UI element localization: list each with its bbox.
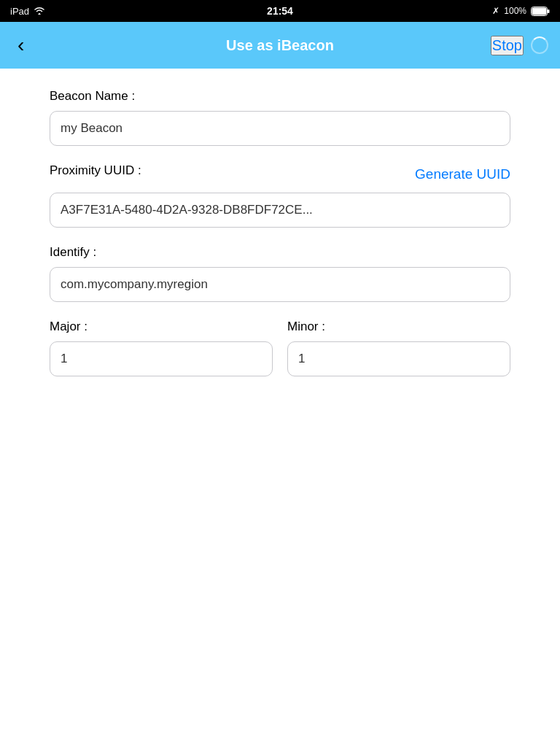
beacon-name-label: Beacon Name : <box>50 89 510 104</box>
nav-title: Use as iBeacon <box>226 37 334 54</box>
nav-bar: ‹ Use as iBeacon Stop <box>0 22 560 69</box>
minor-input[interactable] <box>287 341 510 376</box>
battery-icon <box>531 7 550 16</box>
device-label: iPad <box>10 6 29 17</box>
proximity-uuid-group: Proximity UUID : Generate UUID <box>50 163 510 228</box>
status-bar-right: ✗ 100% <box>492 6 550 16</box>
major-input[interactable] <box>50 341 273 376</box>
device-frame: iPad 21:54 ✗ 100% <box>0 0 560 747</box>
svg-rect-1 <box>532 7 547 15</box>
major-minor-row: Major : Minor : <box>50 320 510 394</box>
svg-rect-2 <box>548 9 550 13</box>
stop-button[interactable]: Stop <box>491 36 524 55</box>
minor-label: Minor : <box>287 320 510 334</box>
identify-group: Identify : <box>50 245 510 302</box>
status-bar-left: iPad <box>10 6 45 17</box>
back-button[interactable]: ‹ <box>12 29 30 61</box>
uuid-field-row: Proximity UUID : Generate UUID <box>50 163 510 185</box>
nav-right: Stop <box>491 36 548 55</box>
major-label: Major : <box>50 320 273 334</box>
generate-uuid-button[interactable]: Generate UUID <box>415 166 510 182</box>
loading-spinner <box>531 36 548 54</box>
proximity-uuid-label: Proximity UUID : <box>50 163 141 178</box>
proximity-uuid-input[interactable] <box>50 193 510 228</box>
bluetooth-icon: ✗ <box>492 6 499 16</box>
wifi-icon <box>34 6 45 17</box>
content-area: ‹ Use as iBeacon Stop Beacon Name : Prox… <box>0 22 560 747</box>
minor-group: Minor : <box>287 320 510 376</box>
beacon-name-group: Beacon Name : <box>50 89 510 146</box>
major-group: Major : <box>50 320 273 376</box>
main-content: Beacon Name : Proximity UUID : Generate … <box>0 69 560 747</box>
battery-percent: 100% <box>504 6 526 16</box>
status-bar-time: 21:54 <box>267 5 293 17</box>
identify-input[interactable] <box>50 267 510 302</box>
beacon-name-input[interactable] <box>50 111 510 146</box>
identify-label: Identify : <box>50 245 510 260</box>
status-bar: iPad 21:54 ✗ 100% <box>0 0 560 22</box>
